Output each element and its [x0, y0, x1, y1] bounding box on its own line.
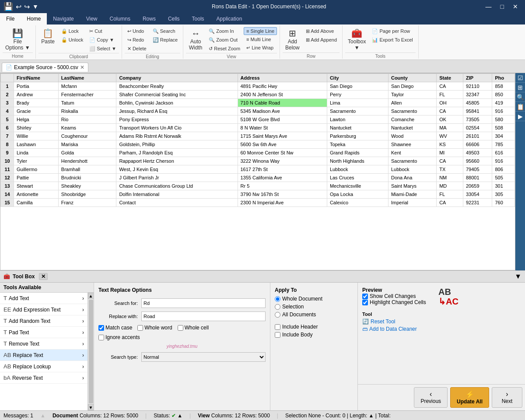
grid-cell[interactable]: Allen: [388, 99, 436, 107]
grid-cell[interactable]: Sheakley: [58, 182, 116, 190]
grid-cell[interactable]: Shafer Commercial Seating Inc: [116, 91, 238, 99]
grid-cell[interactable]: Hendershott: [58, 157, 116, 165]
grid-cell[interactable]: 32347: [463, 91, 492, 99]
grid-cell[interactable]: MI: [437, 149, 463, 157]
grid-cell[interactable]: 850: [492, 91, 515, 99]
tool-replace-text[interactable]: ABReplace Text ›: [0, 350, 88, 361]
sidebar-btn-5[interactable]: ▶: [515, 112, 525, 121]
grid-cell[interactable]: Shawnee: [388, 140, 436, 149]
grid-cell[interactable]: Antionette: [14, 190, 59, 199]
grid-cell[interactable]: Coughenour: [58, 132, 116, 140]
grid-cell[interactable]: 1617 27th St: [238, 165, 327, 174]
doc-tab-close[interactable]: ✕: [80, 64, 84, 70]
line-wrap-button[interactable]: ↵ Line Wrap: [244, 44, 277, 52]
grid-cell[interactable]: 5108 W Gore Blvd: [238, 116, 327, 124]
grid-cell[interactable]: Topeka: [327, 140, 388, 149]
grid-cell[interactable]: Sacramento: [388, 157, 436, 165]
redo-button[interactable]: ↪ Redo: [125, 36, 149, 44]
grid-cell[interactable]: San Diego: [327, 82, 388, 91]
grid-cell[interactable]: 5600 Sw 6th Ave: [238, 140, 327, 149]
grid-cell[interactable]: Willie: [14, 132, 59, 140]
grid-cell[interactable]: 916: [492, 107, 515, 116]
grid-cell[interactable]: 616: [492, 149, 515, 157]
grid-cell[interactable]: Sacramento: [327, 107, 388, 116]
grid-cell[interactable]: WV: [437, 132, 463, 140]
grid-cell[interactable]: 33054: [463, 190, 492, 199]
grid-cell[interactable]: Nantucket: [327, 124, 388, 132]
grid-cell[interactable]: Tatum: [58, 99, 116, 107]
grid-cell[interactable]: OK: [437, 116, 463, 124]
multi-line-button[interactable]: ≡ Multi Line: [244, 35, 277, 43]
grid-cell[interactable]: Lubbock: [327, 165, 388, 174]
grid-cell[interactable]: Transport Workers Un Afl Cio: [116, 124, 238, 132]
grid-cell[interactable]: Parkersburg: [327, 132, 388, 140]
tab-cells[interactable]: Cells: [162, 13, 186, 24]
tab-view[interactable]: View: [80, 13, 104, 24]
grid-cell[interactable]: Grand Rapids: [327, 149, 388, 157]
grid-cell[interactable]: Kent: [388, 149, 436, 157]
tab-rows[interactable]: Rows: [136, 13, 162, 24]
tab-tools[interactable]: Tools: [186, 13, 210, 24]
grid-cell[interactable]: Wood: [388, 132, 436, 140]
grid-cell[interactable]: 20659: [463, 182, 492, 190]
grid-cell[interactable]: Camilla: [14, 199, 59, 207]
tab-columns[interactable]: Columns: [104, 13, 136, 24]
unlock-button[interactable]: 🔓 Unlock: [59, 36, 86, 44]
grid-cell[interactable]: Tyler: [14, 157, 59, 165]
tab-file[interactable]: File: [0, 13, 21, 24]
grid-cell[interactable]: Las Cruces: [327, 174, 388, 182]
grid-cell[interactable]: 66606: [463, 140, 492, 149]
grid-cell[interactable]: 760: [492, 199, 515, 207]
grid-cell[interactable]: 505: [492, 174, 515, 182]
grid-cell[interactable]: Fenstermacher: [58, 91, 116, 99]
sidebar-btn-4[interactable]: 📋: [515, 102, 525, 112]
grid-cell[interactable]: Lima: [327, 99, 388, 107]
grid-cell[interactable]: Brudnicki: [58, 174, 116, 182]
grid-cell[interactable]: Rappaport Hertz Cherson: [116, 157, 238, 165]
highlight-changed-cells-checkbox[interactable]: Highlight Changed Cells: [362, 299, 426, 305]
grid-cell[interactable]: Riskalla: [58, 107, 116, 116]
tool-reverse-text[interactable]: bAReverse Text ›: [0, 372, 88, 384]
replace-button[interactable]: 🔄 Replace: [150, 36, 180, 44]
reset-zoom-button[interactable]: ↺ Reset Zoom: [206, 45, 243, 53]
grid-cell[interactable]: 95841: [463, 107, 492, 116]
add-above-button[interactable]: ⊞ Add Above: [303, 27, 340, 35]
grid-cell[interactable]: 710 N Cable Road: [238, 99, 327, 107]
include-header-checkbox[interactable]: Include Header: [275, 324, 353, 330]
data-grid-container[interactable]: FirstName LastName Company Address City …: [0, 73, 515, 270]
radio-all-docs[interactable]: All Documents: [275, 312, 353, 318]
grid-cell[interactable]: MA: [437, 124, 463, 132]
grid-cell[interactable]: Shirley: [14, 124, 59, 132]
sidebar-btn-3[interactable]: 🔍: [515, 92, 525, 102]
grid-cell[interactable]: MD: [437, 182, 463, 190]
grid-cell[interactable]: Beachcomber Realty: [116, 82, 238, 91]
grid-cell[interactable]: Jessup, Richard A Esq: [116, 107, 238, 116]
grid-cell[interactable]: 02554: [463, 124, 492, 132]
grid-cell[interactable]: 4891 Pacific Hwy: [238, 82, 327, 91]
grid-cell[interactable]: 2300 N Imperial Ave: [238, 199, 327, 207]
grid-cell[interactable]: Miami-Dade: [388, 190, 436, 199]
grid-cell[interactable]: FL: [437, 91, 463, 99]
grid-cell[interactable]: Rr 5: [238, 182, 327, 190]
export-excel-button[interactable]: 📊 Export To Excel: [369, 36, 415, 44]
grid-cell[interactable]: 580: [492, 116, 515, 124]
reset-tool-link[interactable]: 🔄 Reset Tool: [362, 318, 458, 325]
grid-cell[interactable]: Lashawn: [14, 140, 59, 149]
grid-cell[interactable]: Dona Ana: [388, 174, 436, 182]
minimize-button[interactable]: —: [482, 2, 495, 11]
grid-cell[interactable]: Adams Rib Rstrnt At Norwalk: [116, 132, 238, 140]
previous-button[interactable]: ‹ Previous: [414, 387, 448, 408]
grid-cell[interactable]: North Highlands: [327, 157, 388, 165]
grid-cell[interactable]: Mariska: [58, 140, 116, 149]
grid-cell[interactable]: 305: [492, 190, 515, 199]
grid-cell[interactable]: 26101: [463, 132, 492, 140]
scroll-down-arrow[interactable]: ▼: [88, 404, 94, 410]
sidebar-btn-2[interactable]: ⊞: [515, 83, 525, 92]
close-button[interactable]: ✕: [509, 2, 522, 11]
grid-cell[interactable]: 49503: [463, 149, 492, 157]
grid-cell[interactable]: Nantucket: [388, 124, 436, 132]
tool-add-expression-text[interactable]: EEAdd Expression Text ›: [0, 304, 88, 315]
update-all-button[interactable]: ⚡ Update All: [450, 387, 489, 408]
grid-cell[interactable]: Guillermo: [14, 165, 59, 174]
grid-cell[interactable]: 95660: [463, 157, 492, 165]
